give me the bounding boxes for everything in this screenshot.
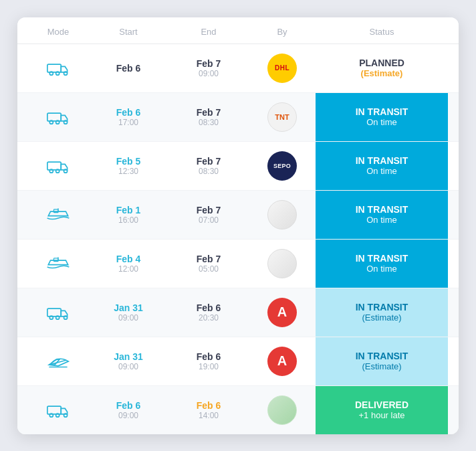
status-badge: IN TRANSIT On time [316,191,448,239]
end-date: Feb 7 [197,107,221,118]
status-main-label: IN TRANSIT [356,351,408,361]
start-time: 12:30 [118,167,138,176]
svg-point-5 [49,120,53,124]
col-by: By [249,27,316,37]
carrier-logo-green [267,395,297,425]
table-row: Feb 1 16:00 Feb 7 07:00 IN TRANSIT On ti… [17,191,459,240]
carrier-logo-sepo: SEPO [267,151,297,181]
start-date: Feb 5 [116,156,141,167]
carrier-cell: A [249,347,316,376]
status-badge: IN TRANSIT On time [316,142,448,190]
status-main-label: IN TRANSIT [356,106,408,117]
table-row: Feb 4 12:00 Feb 7 05:00 IN TRANSIT On ti… [17,240,459,288]
start-time: 17:00 [118,118,138,127]
mode-icon-cell [28,60,88,76]
end-cell: Feb 7 08:30 [168,107,249,127]
carrier-logo-dhl: DHL [267,54,297,83]
mode-icon-cell [28,158,88,174]
status-sub-label: (Estimate) [362,312,401,323]
end-date: Feb 6 [197,302,221,313]
status-main-label: PLANNED [359,58,404,68]
end-cell: Feb 7 08:30 [168,156,249,176]
col-end: End [168,27,249,37]
table-row: Feb 5 12:30 Feb 7 08:30 SEPO IN TRANSIT … [17,142,459,191]
svg-point-24 [64,414,68,417]
start-cell: Feb 5 12:30 [88,156,168,176]
carrier-logo-red: A [267,347,297,376]
start-cell: Feb 6 17:00 [88,107,168,127]
end-date: Feb 6 [197,400,221,411]
svg-point-19 [64,316,68,319]
carrier-cell: DHL [249,54,316,83]
svg-point-1 [49,72,53,75]
svg-point-23 [56,414,60,417]
table-row: Jan 31 09:00 Feb 6 19:00 A IN TRANSIT (E… [17,337,459,386]
end-time: 09:00 [199,69,219,78]
carrier-cell [249,249,316,278]
carrier-cell: SEPO [249,151,316,181]
end-time: 19:00 [199,362,219,371]
mode-icon-cell [28,304,88,321]
table-body: Feb 6 Feb 7 09:00 DHL PLANNED (Estimate)… [17,44,459,434]
table-row: Feb 6 Feb 7 09:00 DHL PLANNED (Estimate) [17,44,459,93]
carrier-cell: A [249,298,316,327]
shipment-table: Mode Start End By Status Feb 6 Feb 7 09:… [17,17,459,434]
start-date: Feb 4 [116,254,141,264]
svg-rect-21 [47,406,61,414]
status-badge: IN TRANSIT (Estimate) [316,337,448,385]
status-badge: IN TRANSIT (Estimate) [316,288,448,337]
svg-point-7 [64,120,68,124]
start-time: 16:00 [118,215,138,225]
svg-point-18 [56,316,60,319]
end-date: Feb 6 [197,351,221,362]
end-cell: Feb 7 09:00 [168,58,249,78]
start-time: 09:00 [118,411,138,420]
svg-point-9 [49,169,53,173]
status-sub-label: (Estimate) [361,68,403,78]
carrier-cell: TNT [249,102,316,132]
start-cell: Jan 31 09:00 [88,351,168,371]
end-cell: Feb 6 19:00 [168,351,249,371]
svg-point-11 [64,169,68,173]
table-row: Feb 6 09:00 Feb 6 14:00 DELIVERED +1 hou… [17,386,459,434]
status-sub-label: On time [366,264,397,274]
end-time: 14:00 [199,411,219,420]
start-time: 09:00 [118,362,138,371]
mode-icon-cell [28,353,88,369]
svg-point-22 [49,414,53,417]
svg-point-3 [64,72,68,75]
start-date: Feb 6 [116,400,141,411]
start-cell: Jan 31 09:00 [88,302,168,323]
start-date: Jan 31 [114,302,143,313]
svg-rect-4 [47,113,61,121]
status-sub-label: On time [366,215,397,225]
end-cell: Feb 7 07:00 [168,205,249,225]
start-time: 12:00 [118,264,138,274]
end-date: Feb 7 [197,205,221,215]
status-badge: IN TRANSIT On time [316,93,448,141]
carrier-logo-red: A [267,298,297,327]
end-cell: Feb 6 20:30 [168,302,249,323]
end-date: Feb 7 [197,156,221,167]
svg-rect-8 [47,162,61,170]
end-time: 07:00 [199,215,219,225]
carrier-logo-sea [267,249,297,278]
status-badge: DELIVERED +1 hour late [316,386,448,434]
status-sub-label: (Estimate) [362,361,401,371]
start-cell: Feb 1 16:00 [88,205,168,225]
svg-rect-0 [47,64,61,72]
status-sub-label: On time [366,117,397,127]
svg-point-17 [49,316,53,319]
start-date: Jan 31 [114,351,143,362]
status-main-label: IN TRANSIT [356,253,408,264]
carrier-logo-sea [267,200,297,230]
status-badge: IN TRANSIT On time [316,240,448,288]
end-cell: Feb 7 05:00 [168,254,249,274]
end-time: 20:30 [199,313,219,323]
end-date: Feb 7 [197,254,221,264]
start-date: Feb 6 [116,107,141,118]
table-header: Mode Start End By Status [17,17,459,44]
col-start: Start [88,27,168,37]
end-time: 08:30 [199,167,219,176]
status-sub-label: On time [366,166,397,176]
